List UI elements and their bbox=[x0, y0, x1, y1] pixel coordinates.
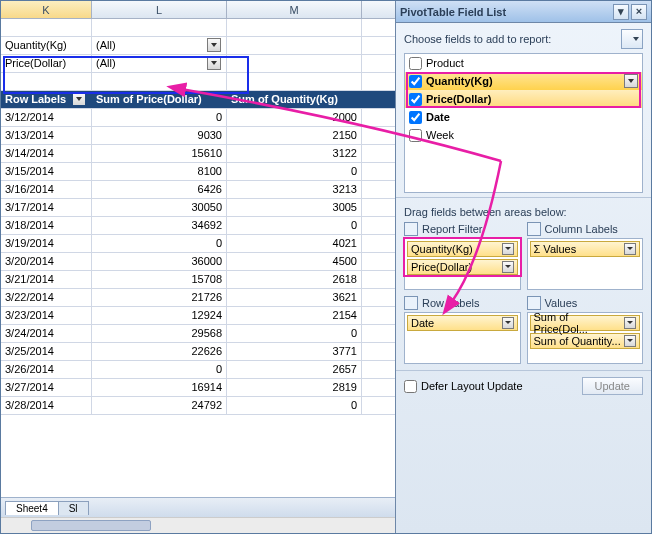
field-row[interactable]: Price(Dollar) bbox=[405, 90, 642, 108]
qty-cell[interactable]: 4500 bbox=[227, 253, 362, 270]
filter-value[interactable]: (All) bbox=[92, 55, 227, 72]
sheet-tab-active[interactable]: Sheet4 bbox=[5, 501, 59, 515]
table-row[interactable]: 3/28/2014247920 bbox=[1, 397, 395, 415]
dropdown-icon[interactable] bbox=[207, 38, 221, 52]
date-cell[interactable]: 3/23/2014 bbox=[1, 307, 92, 324]
dropdown-icon[interactable] bbox=[502, 261, 514, 273]
date-cell[interactable]: 3/26/2014 bbox=[1, 361, 92, 378]
qty-cell[interactable]: 3621 bbox=[227, 289, 362, 306]
table-row[interactable]: 3/15/201481000 bbox=[1, 163, 395, 181]
area-field-pill[interactable]: Quantity(Kg) bbox=[407, 241, 518, 257]
defer-update-checkbox[interactable] bbox=[404, 380, 417, 393]
price-cell[interactable]: 6426 bbox=[92, 181, 227, 198]
date-cell[interactable]: 3/25/2014 bbox=[1, 343, 92, 360]
dropdown-icon[interactable] bbox=[624, 317, 636, 329]
date-cell[interactable]: 3/18/2014 bbox=[1, 217, 92, 234]
column-header-L[interactable]: L bbox=[92, 1, 227, 18]
qty-cell[interactable]: 2000 bbox=[227, 109, 362, 126]
price-cell[interactable]: 30050 bbox=[92, 199, 227, 216]
date-cell[interactable]: 3/22/2014 bbox=[1, 289, 92, 306]
area-field-pill[interactable]: Price(Dollar) bbox=[407, 259, 518, 275]
field-checkbox[interactable] bbox=[409, 57, 422, 70]
dropdown-icon[interactable] bbox=[624, 243, 636, 255]
price-cell[interactable]: 16914 bbox=[92, 379, 227, 396]
column-header-M[interactable]: M bbox=[227, 1, 362, 18]
price-cell[interactable]: 36000 bbox=[92, 253, 227, 270]
column-header-K[interactable]: K bbox=[1, 1, 92, 18]
field-row[interactable]: Date bbox=[405, 108, 642, 126]
table-row[interactable]: 3/16/201464263213 bbox=[1, 181, 395, 199]
price-cell[interactable]: 9030 bbox=[92, 127, 227, 144]
price-cell[interactable]: 24792 bbox=[92, 397, 227, 414]
qty-cell[interactable]: 3122 bbox=[227, 145, 362, 162]
table-row[interactable]: 3/24/2014295680 bbox=[1, 325, 395, 343]
horizontal-scrollbar[interactable] bbox=[1, 517, 395, 533]
qty-cell[interactable]: 0 bbox=[227, 163, 362, 180]
price-cell[interactable]: 0 bbox=[92, 361, 227, 378]
row-labels-header[interactable]: Row Labels bbox=[1, 91, 92, 108]
dropdown-icon[interactable] bbox=[624, 74, 638, 88]
date-cell[interactable]: 3/17/2014 bbox=[1, 199, 92, 216]
field-row[interactable]: Quantity(Kg) bbox=[405, 72, 642, 90]
price-cell[interactable]: 0 bbox=[92, 235, 227, 252]
price-cell[interactable]: 22626 bbox=[92, 343, 227, 360]
price-cell[interactable]: 8100 bbox=[92, 163, 227, 180]
table-row[interactable]: 3/22/2014217263621 bbox=[1, 289, 395, 307]
dropdown-icon[interactable] bbox=[207, 56, 221, 70]
table-row[interactable]: 3/13/201490302150 bbox=[1, 127, 395, 145]
table-row[interactable]: 3/27/2014169142819 bbox=[1, 379, 395, 397]
dropdown-icon[interactable] bbox=[502, 243, 514, 255]
date-cell[interactable]: 3/13/2014 bbox=[1, 127, 92, 144]
table-row[interactable]: 3/12/201402000 bbox=[1, 109, 395, 127]
price-cell[interactable]: 15610 bbox=[92, 145, 227, 162]
sheet-tab[interactable]: Sl bbox=[58, 501, 89, 515]
table-row[interactable]: 3/19/201404021 bbox=[1, 235, 395, 253]
qty-cell[interactable]: 3005 bbox=[227, 199, 362, 216]
qty-cell[interactable]: 2150 bbox=[227, 127, 362, 144]
qty-cell[interactable]: 0 bbox=[227, 397, 362, 414]
table-row[interactable]: 3/18/2014346920 bbox=[1, 217, 395, 235]
area-field-pill[interactable]: Sum of Price(Dol... bbox=[530, 315, 641, 331]
qty-cell[interactable]: 2618 bbox=[227, 271, 362, 288]
qty-cell[interactable]: 0 bbox=[227, 217, 362, 234]
filter-value[interactable]: (All) bbox=[92, 37, 227, 54]
layout-options-button[interactable] bbox=[621, 29, 643, 49]
qty-cell[interactable]: 3771 bbox=[227, 343, 362, 360]
price-cell[interactable]: 0 bbox=[92, 109, 227, 126]
area-field-pill[interactable]: Date bbox=[407, 315, 518, 331]
table-row[interactable]: 3/26/201402657 bbox=[1, 361, 395, 379]
price-cell[interactable]: 15708 bbox=[92, 271, 227, 288]
table-row[interactable]: 3/23/2014129242154 bbox=[1, 307, 395, 325]
table-row[interactable]: 3/21/2014157082618 bbox=[1, 271, 395, 289]
price-cell[interactable]: 29568 bbox=[92, 325, 227, 342]
field-row[interactable]: Product bbox=[405, 54, 642, 72]
qty-cell[interactable]: 2819 bbox=[227, 379, 362, 396]
field-checkbox[interactable] bbox=[409, 93, 422, 106]
date-cell[interactable]: 3/16/2014 bbox=[1, 181, 92, 198]
area-field-pill[interactable]: Sum of Quantity... bbox=[530, 333, 641, 349]
date-cell[interactable]: 3/21/2014 bbox=[1, 271, 92, 288]
price-cell[interactable]: 34692 bbox=[92, 217, 227, 234]
price-cell[interactable]: 12924 bbox=[92, 307, 227, 324]
date-cell[interactable]: 3/14/2014 bbox=[1, 145, 92, 162]
table-row[interactable]: 3/17/2014300503005 bbox=[1, 199, 395, 217]
dropdown-icon[interactable] bbox=[624, 335, 636, 347]
close-icon[interactable]: × bbox=[631, 4, 647, 20]
date-cell[interactable]: 3/28/2014 bbox=[1, 397, 92, 414]
field-checkbox[interactable] bbox=[409, 111, 422, 124]
chevron-down-icon[interactable]: ▾ bbox=[613, 4, 629, 20]
field-checkbox[interactable] bbox=[409, 129, 422, 142]
update-button[interactable]: Update bbox=[582, 377, 643, 395]
grid-body[interactable]: Quantity(Kg) (All) Price(Dollar) (All) R… bbox=[1, 19, 395, 497]
dropdown-icon[interactable] bbox=[72, 92, 86, 106]
table-row[interactable]: 3/20/2014360004500 bbox=[1, 253, 395, 271]
date-cell[interactable]: 3/12/2014 bbox=[1, 109, 92, 126]
qty-cell[interactable]: 2154 bbox=[227, 307, 362, 324]
table-row[interactable]: 3/14/2014156103122 bbox=[1, 145, 395, 163]
date-cell[interactable]: 3/19/2014 bbox=[1, 235, 92, 252]
dropdown-icon[interactable] bbox=[502, 317, 514, 329]
date-cell[interactable]: 3/20/2014 bbox=[1, 253, 92, 270]
field-row[interactable]: Week bbox=[405, 126, 642, 144]
qty-cell[interactable]: 2657 bbox=[227, 361, 362, 378]
price-cell[interactable]: 21726 bbox=[92, 289, 227, 306]
